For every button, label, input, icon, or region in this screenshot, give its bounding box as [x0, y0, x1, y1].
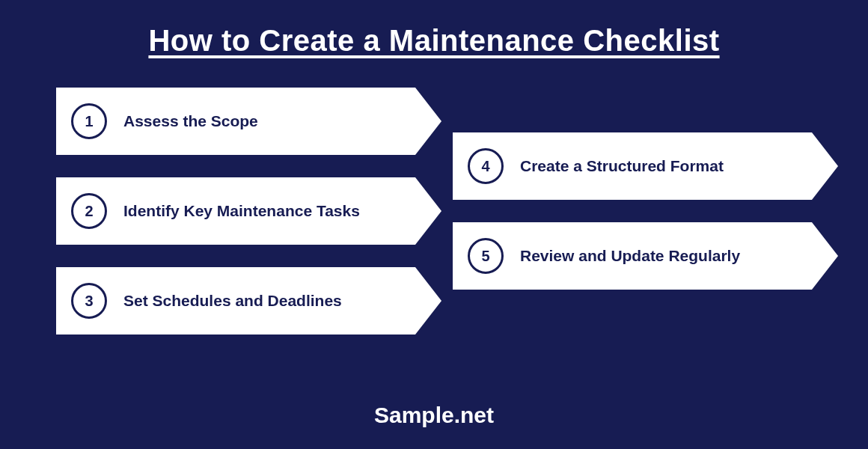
step-label: Set Schedules and Deadlines — [123, 291, 342, 311]
step-2: 2 Identify Key Maintenance Tasks — [56, 177, 415, 245]
step-label: Review and Update Regularly — [520, 246, 740, 266]
left-column: 1 Assess the Scope 2 Identify Key Mainte… — [56, 88, 415, 335]
step-4: 4 Create a Structured Format — [453, 132, 812, 200]
step-label: Identify Key Maintenance Tasks — [123, 201, 360, 221]
step-1: 1 Assess the Scope — [56, 88, 415, 155]
footer-brand: Sample.net — [0, 403, 868, 428]
step-number-badge: 3 — [71, 283, 107, 319]
right-column: 4 Create a Structured Format 5 Review an… — [453, 88, 812, 335]
step-3: 3 Set Schedules and Deadlines — [56, 267, 415, 335]
step-number-badge: 5 — [468, 238, 504, 274]
step-label: Assess the Scope — [123, 112, 258, 131]
step-label: Create a Structured Format — [520, 156, 724, 176]
steps-container: 1 Assess the Scope 2 Identify Key Mainte… — [0, 58, 868, 335]
page-title: How to Create a Maintenance Checklist — [0, 0, 868, 58]
step-5: 5 Review and Update Regularly — [453, 222, 812, 290]
step-number-badge: 1 — [71, 103, 107, 139]
step-number-badge: 4 — [468, 148, 504, 184]
step-number-badge: 2 — [71, 193, 107, 229]
